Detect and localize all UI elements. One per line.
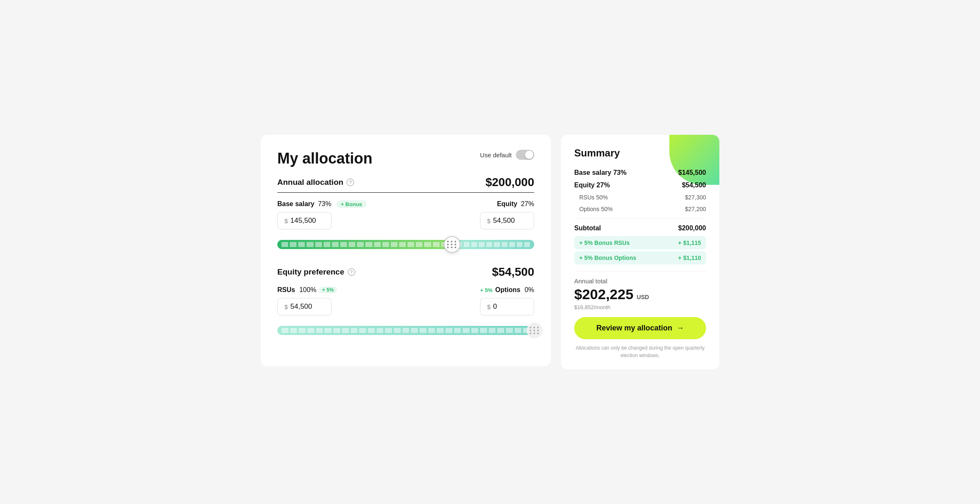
summary-rsus-label: RSUs 50% [579, 194, 608, 201]
equity-label: Equity [497, 200, 518, 207]
summary-rsus-row: RSUs 50% $27,300 [574, 192, 706, 203]
summary-title: Summary [574, 147, 706, 159]
summary-divider-1 [574, 218, 706, 219]
summary-equity-value: $54,500 [682, 181, 706, 189]
equity-preference-amount: $54,500 [492, 265, 534, 279]
rsu-pct: 100% [299, 286, 317, 294]
base-salary-input[interactable]: $ 145,500 [277, 212, 332, 229]
annual-total-section: Annual total $202,225 USD $16,852/month … [574, 271, 706, 359]
slider-ticks-right [452, 240, 534, 249]
options-bonus-badge: + 5% [480, 287, 493, 293]
use-default-label: Use default [480, 151, 512, 159]
use-default-toggle[interactable] [516, 150, 534, 160]
section-divider-1 [277, 192, 534, 193]
summary-bonus-rsus-row: + 5% Bonus RSUs + $1,115 [574, 236, 706, 249]
summary-subtotal-value: $200,000 [678, 224, 706, 232]
salary-equity-row: Base salary 73% + Bonus Equity 27% [277, 200, 534, 208]
base-salary-label-group: Base salary 73% + Bonus [277, 200, 367, 208]
equity-input[interactable]: $ 54,500 [480, 212, 534, 229]
base-salary-pct: 73% [318, 200, 331, 207]
rsu-label-group: RSUs 100% + 5% [277, 286, 337, 294]
summary-panel: Summary Base salary 73% $145,500 Equity … [561, 135, 719, 369]
left-panel: My allocation Use default Annual allocat… [261, 135, 551, 366]
summary-subtotal-label: Subtotal [574, 224, 601, 232]
summary-equity-label: Equity 27% [574, 181, 610, 189]
rsu-label: RSUs [277, 286, 295, 294]
arrow-icon: → [676, 324, 684, 333]
summary-subtotal-row: Subtotal $200,000 [574, 222, 706, 234]
review-button-label: Review my allocation [596, 324, 672, 333]
allocation-slider-container[interactable] [277, 237, 534, 252]
annual-allocation-help-icon[interactable]: ? [347, 179, 354, 186]
rsu-bonus-badge: + 5% [319, 287, 337, 293]
allocation-slider-track [277, 240, 534, 249]
annual-total-amount-row: $202,225 USD [574, 286, 706, 302]
summary-equity-row: Equity 27% $54,500 [574, 179, 706, 192]
disclaimer-text: Allocations can only be changed during t… [574, 344, 706, 359]
rsu-options-inputs-row: $ 54,500 $ 0 [277, 298, 534, 315]
toggle-knob [525, 151, 533, 159]
slider-ticks-left [277, 240, 452, 249]
summary-bonus-options-row: + 5% Bonus Options + $1,110 [574, 251, 706, 265]
annual-allocation-title: Annual allocation ? [277, 178, 354, 187]
options-pct: 0% [525, 286, 534, 294]
rsu-options-label-row: RSUs 100% + 5% + 5% Options 0% [277, 286, 534, 294]
allocation-slider-handle[interactable] [444, 236, 460, 253]
salary-equity-inputs-row: $ 145,500 $ 54,500 [277, 212, 534, 229]
rsu-input[interactable]: $ 54,500 [277, 298, 332, 315]
equity-slider-track [277, 326, 534, 335]
annual-allocation-header: Annual allocation ? $200,000 [277, 176, 534, 189]
summary-content: Summary Base salary 73% $145,500 Equity … [574, 147, 706, 359]
review-allocation-button[interactable]: Review my allocation → [574, 317, 706, 339]
equity-pct: 27% [521, 200, 534, 207]
base-salary-bonus-badge[interactable]: + Bonus [337, 200, 367, 208]
equity-preference-help-icon[interactable]: ? [348, 268, 355, 276]
summary-rsus-value: $27,300 [685, 194, 706, 201]
monthly-label: $16,852/month [574, 304, 706, 310]
equity-label-group: Equity 27% [497, 200, 534, 208]
usd-label: USD [637, 294, 649, 300]
options-label: Options [495, 286, 520, 294]
equity-preference-section: Equity preference ? $54,500 RSUs 100% + … [277, 265, 534, 338]
equity-slider-ticks [277, 326, 534, 335]
options-input[interactable]: $ 0 [480, 298, 534, 315]
use-default-row: Use default [480, 150, 534, 160]
equity-slider-container[interactable] [277, 323, 534, 338]
equity-slider-handle[interactable] [527, 323, 543, 338]
summary-base-salary-label: Base salary 73% [574, 169, 626, 176]
handle-dots [447, 241, 457, 248]
equity-preference-header: Equity preference ? $54,500 [277, 265, 534, 279]
options-label-group: + 5% Options 0% [480, 286, 534, 294]
summary-base-salary-value: $145,500 [678, 169, 706, 176]
annual-total-amount: $202,225 [574, 286, 633, 302]
annual-total-label: Annual total [574, 277, 706, 285]
summary-bonus-options-value: + $1,110 [678, 255, 701, 261]
annual-allocation-amount: $200,000 [485, 176, 534, 189]
summary-options-value: $27,200 [685, 206, 706, 212]
equity-handle-dots [530, 327, 540, 334]
summary-options-label: Options 50% [579, 206, 613, 212]
summary-bonus-rsus-label: + 5% Bonus RSUs [579, 239, 630, 246]
summary-bonus-rsus-value: + $1,115 [678, 239, 701, 246]
summary-bonus-options-label: + 5% Bonus Options [579, 255, 636, 261]
summary-base-salary-row: Base salary 73% $145,500 [574, 166, 706, 179]
base-salary-label: Base salary [277, 200, 314, 207]
summary-options-row: Options 50% $27,200 [574, 203, 706, 215]
equity-preference-title: Equity preference ? [277, 267, 355, 277]
